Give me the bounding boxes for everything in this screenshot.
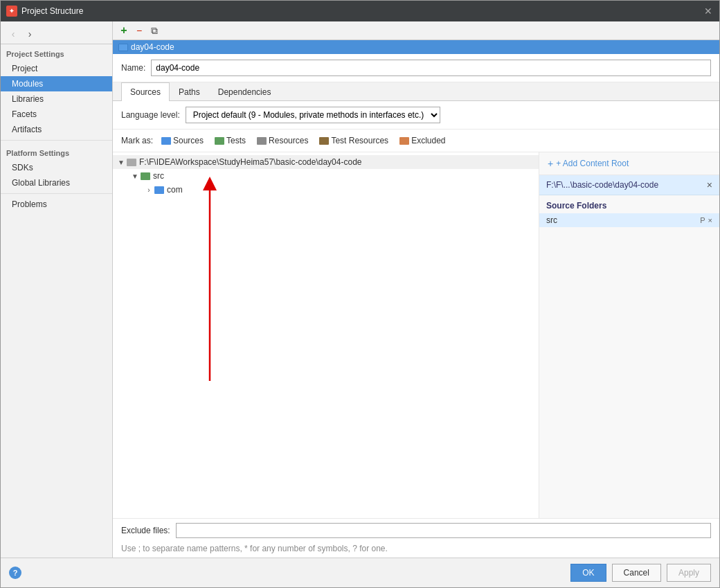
sidebar-item-libraries[interactable]: Libraries (1, 91, 112, 107)
dialog-title: Project Structure (21, 6, 703, 16)
info-panel: + + Add Content Root F:\F\...\basic-code… (539, 152, 719, 518)
content-root-close-button[interactable]: × (707, 179, 712, 190)
copy-module-button[interactable]: ⧉ (147, 24, 161, 37)
sidebar-divider (1, 140, 112, 141)
project-settings-section: Project Settings (1, 44, 112, 61)
source-folder-actions: P × (700, 216, 712, 224)
title-bar: ✦ Project Structure ✕ (1, 1, 719, 21)
tab-content: Language level: Project default (9 - Mod… (113, 101, 719, 558)
content-root-header: F:\F\...\basic-code\day04-code × (539, 175, 719, 195)
tree-panel: ▼ F:\F\IDEAWorkspace\StudyHeima57\basic-… (113, 152, 539, 518)
sidebar-item-artifacts[interactable]: Artifacts (1, 122, 112, 137)
exclude-row: Exclude files: (113, 518, 719, 542)
name-label: Name: (121, 63, 145, 73)
module-name: day04-code (131, 42, 174, 52)
remove-module-button[interactable]: − (132, 24, 146, 37)
sidebar: ‹ › Project Settings Project Modules Lib… (1, 21, 113, 558)
add-module-button[interactable]: + (117, 24, 131, 37)
sidebar-item-modules[interactable]: Modules (1, 76, 112, 91)
src-folder-icon (141, 172, 150, 180)
tree-root-row[interactable]: ▼ F:\F\IDEAWorkspace\StudyHeima57\basic-… (113, 155, 539, 169)
sidebar-item-facets[interactable]: Facets (1, 107, 112, 122)
tree-src-row[interactable]: ▼ src (113, 169, 539, 183)
exclude-input[interactable] (176, 523, 711, 538)
apply-button[interactable]: Apply (667, 564, 711, 582)
bottom-bar: ? OK Cancel Apply (1, 558, 719, 587)
main-content: ‹ › Project Settings Project Modules Lib… (1, 21, 719, 558)
mark-sources-label: Sources (173, 136, 204, 145)
mark-excluded-chip[interactable]: Excluded (397, 135, 448, 146)
language-row: Language level: Project default (9 - Mod… (113, 101, 719, 130)
source-folders-section: Source Folders src P × (539, 195, 719, 230)
content-root-path: F:\F\...\basic-code\day04-code (546, 180, 658, 190)
sidebar-item-problems[interactable]: Problems (1, 197, 112, 212)
platform-settings-section: Platform Settings (1, 143, 112, 160)
resources-folder-icon (257, 137, 267, 145)
tree-src-toggle[interactable]: ▼ (129, 170, 141, 181)
mark-resources-label: Resources (269, 136, 308, 145)
mark-as-label: Mark as: (121, 136, 153, 145)
language-label: Language level: (121, 110, 180, 120)
ok-button[interactable]: OK (570, 564, 606, 582)
sources-paths-area: ▼ F:\F\IDEAWorkspace\StudyHeima57\basic-… (113, 152, 719, 518)
tab-sources[interactable]: Sources (121, 82, 170, 101)
right-panel: + − ⧉ day04-code Name: Sources (113, 21, 719, 558)
tree-root-path: F:\F\IDEAWorkspace\StudyHeima57\basic-co… (139, 157, 361, 167)
tree-root-toggle[interactable]: ▼ (116, 157, 127, 168)
source-folder-name: src (546, 215, 557, 225)
sidebar-item-project[interactable]: Project (1, 61, 112, 76)
source-folder-item: src P × (539, 213, 719, 227)
cancel-button[interactable]: Cancel (612, 564, 661, 582)
com-folder-icon (154, 186, 164, 194)
bottom-left: ? (9, 567, 21, 579)
tests-folder-icon (215, 137, 224, 145)
idea-icon: ✦ (6, 6, 17, 17)
forward-button[interactable]: › (23, 27, 37, 41)
module-list-item[interactable]: day04-code (113, 40, 719, 54)
add-content-root-button[interactable]: + + Add Content Root (539, 152, 719, 175)
tabs-bar: Sources Paths Dependencies (113, 82, 719, 101)
tree-com-toggle[interactable]: › (143, 184, 154, 195)
sidebar-item-sdks[interactable]: SDKs (1, 160, 112, 175)
mark-excluded-label: Excluded (411, 136, 445, 145)
root-folder-icon (127, 159, 136, 166)
tree-com-row[interactable]: › com (113, 183, 539, 197)
tab-dependencies[interactable]: Dependencies (209, 82, 280, 101)
mark-sources-chip[interactable]: Sources (159, 135, 206, 146)
sidebar-item-global-libraries[interactable]: Global Libraries (1, 175, 112, 190)
close-button[interactable]: ✕ (703, 6, 714, 17)
exclude-label: Exclude files: (121, 526, 170, 535)
mark-test-resources-chip[interactable]: Test Resources (316, 135, 391, 146)
excluded-folder-icon (399, 137, 409, 145)
tree-src-name: src (153, 171, 164, 181)
mark-tests-chip[interactable]: Tests (212, 135, 249, 146)
nav-toolbar: ‹ › (1, 24, 112, 44)
mark-as-row: Mark as: Sources Tests Resources (113, 130, 719, 152)
back-button[interactable]: ‹ (6, 27, 20, 41)
tab-paths[interactable]: Paths (170, 82, 209, 101)
source-folder-edit-icon[interactable]: P (700, 216, 705, 224)
module-folder-icon (118, 44, 128, 51)
test-resources-folder-icon (319, 137, 329, 145)
name-row: Name: (113, 54, 719, 82)
add-content-root-label: + Add Content Root (556, 159, 629, 168)
help-button[interactable]: ? (9, 567, 21, 579)
project-structure-dialog: ✦ Project Structure ✕ ‹ › Project Settin… (0, 0, 720, 588)
mark-tests-label: Tests (226, 136, 246, 145)
language-level-select[interactable]: Project default (9 - Modules, private me… (186, 107, 440, 123)
mark-test-resources-label: Test Resources (331, 136, 388, 145)
add-icon: + (548, 158, 553, 169)
mark-resources-chip[interactable]: Resources (254, 135, 311, 146)
tree-com-name: com (167, 185, 183, 195)
source-folder-remove-icon[interactable]: × (708, 216, 712, 224)
bottom-right: OK Cancel Apply (570, 564, 711, 582)
name-input[interactable] (151, 60, 711, 76)
sources-folder-icon (161, 137, 171, 145)
exclude-hint: Use ; to separate name patterns, * for a… (113, 542, 719, 558)
exclude-hint-text: Use ; to separate name patterns, * for a… (121, 544, 388, 553)
sidebar-divider-2 (1, 193, 112, 194)
source-folders-title: Source Folders (539, 198, 719, 213)
